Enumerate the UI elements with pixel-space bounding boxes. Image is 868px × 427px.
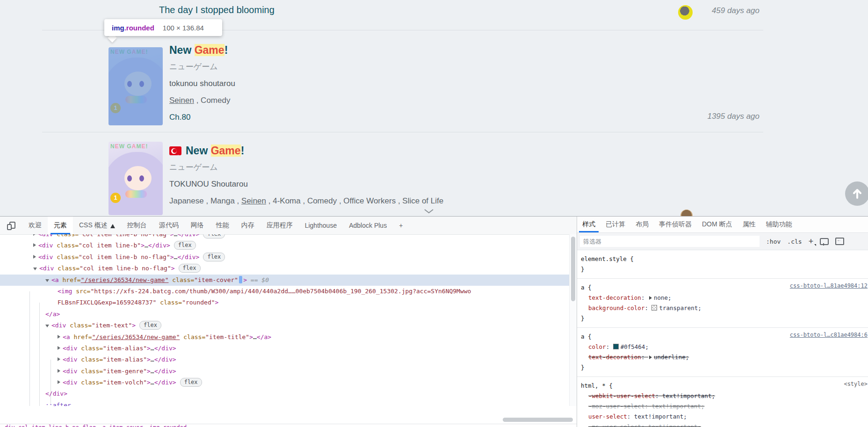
- collapse-arrow-icon[interactable]: [45, 279, 49, 282]
- css-rule[interactable]: css-btoto-l…81ae4984:12a {text-decoratio…: [577, 279, 868, 328]
- flex-badge[interactable]: flex: [179, 264, 201, 273]
- genre-link[interactable]: 4-Koma: [273, 196, 301, 205]
- horizontal-scrollbar-thumb[interactable]: [503, 418, 573, 422]
- css-property[interactable]: color: #0f5464;: [581, 342, 868, 352]
- css-property[interactable]: text-decoration: none;: [581, 293, 868, 303]
- tree-row[interactable]: <div class="col item line-b no-flag">…</…: [0, 234, 569, 240]
- expand-arrow-icon[interactable]: [58, 346, 60, 350]
- css-rule[interactable]: css-btoto-l…c81ae4984:6a {color: #0f5464…: [577, 328, 868, 377]
- devtools-tab-控制台[interactable]: 控制台: [121, 217, 153, 234]
- devtools-tab-css-概述[interactable]: CSS 概述: [73, 217, 121, 234]
- toggle-element-state-button[interactable]: :hov: [766, 238, 781, 245]
- breadcrumb[interactable]: div.col.item.line-b.no-flaga.item-coveri…: [0, 424, 577, 427]
- tree-row[interactable]: FLBsnFIXCLQ&exp=1659248737" class="round…: [0, 297, 569, 308]
- tree-row[interactable]: <div class="item-text">flex: [0, 320, 569, 331]
- entry-title-link[interactable]: New Game!: [169, 44, 228, 56]
- tree-row[interactable]: <a href="/series/36534/new-game" class="…: [0, 332, 569, 343]
- flex-badge[interactable]: flex: [180, 378, 202, 387]
- styles-tab-辅助功能[interactable]: 辅助功能: [761, 217, 797, 232]
- css-property[interactable]: -ms-user-select: text!important;: [581, 422, 868, 427]
- devtools-tab-欢迎[interactable]: 欢迎: [22, 217, 48, 234]
- vertical-scrollbar[interactable]: [569, 234, 577, 406]
- tree-row[interactable]: <div class="item-genre">…</div>: [0, 366, 569, 377]
- genre-link[interactable]: Slice of Life: [402, 196, 443, 205]
- back-to-top-button[interactable]: [845, 181, 868, 206]
- expand-arrow-icon[interactable]: [58, 335, 60, 339]
- devtools-tab-内存[interactable]: 内存: [235, 217, 260, 234]
- flex-badge[interactable]: flex: [203, 234, 225, 239]
- devtools-tab-元素[interactable]: 元素: [48, 217, 73, 234]
- devtools-tab-应用程序[interactable]: 应用程序: [260, 217, 299, 234]
- tree-row-selected[interactable]: <a href="/series/36534/new-game" class="…: [0, 275, 569, 286]
- tree-row[interactable]: <img src="https://xfs-224.batcg.com/thum…: [0, 286, 569, 297]
- scrollbar-thumb[interactable]: [571, 237, 575, 301]
- tree-row[interactable]: <div class="item-alias">…</div>: [0, 354, 569, 365]
- genre-link[interactable]: Japanese: [169, 196, 204, 205]
- css-rule[interactable]: <style>html, * {-webkit-user-select: tex…: [577, 377, 868, 427]
- stylesheet-link[interactable]: css-btoto-l…c81ae4984:6: [790, 332, 868, 338]
- css-rule[interactable]: element.style {}: [577, 250, 868, 279]
- styles-tab-属性[interactable]: 属性: [738, 217, 761, 232]
- styles-tab-已计算[interactable]: 已计算: [600, 217, 630, 232]
- css-property[interactable]: -webkit-user-select: text!important;: [581, 391, 868, 401]
- color-swatch[interactable]: [613, 344, 619, 349]
- genre-link[interactable]: Seinen: [169, 96, 194, 105]
- expand-arrow-icon[interactable]: [58, 357, 60, 361]
- expand-value-icon[interactable]: [649, 296, 652, 300]
- expand-arrow-icon[interactable]: [58, 369, 60, 373]
- element-classes-button[interactable]: .cls: [787, 238, 802, 245]
- series-title-link[interactable]: The day I stopped blooming: [159, 5, 275, 15]
- avatar[interactable]: [678, 5, 693, 20]
- tree-row[interactable]: ::after: [0, 400, 569, 406]
- genre-link[interactable]: Seinen: [241, 196, 266, 205]
- expand-arrow-icon[interactable]: [33, 255, 36, 259]
- styles-filter-input[interactable]: [580, 236, 760, 247]
- genre-link[interactable]: Manga: [210, 196, 235, 205]
- flex-badge[interactable]: flex: [174, 241, 196, 250]
- tree-row[interactable]: </div>: [0, 388, 569, 399]
- color-swatch[interactable]: [651, 305, 657, 311]
- entry-title-link[interactable]: New Game!: [186, 145, 244, 157]
- genre-link[interactable]: Office Workers: [343, 196, 396, 205]
- flex-badge[interactable]: flex: [203, 253, 225, 261]
- manga-cover-image[interactable]: NEW GAME! 1: [108, 142, 163, 215]
- tree-row[interactable]: <div class="item-volch">…</div>flex: [0, 377, 569, 388]
- device-toolbar-icon[interactable]: [7, 221, 16, 230]
- devtools-tab-源代码[interactable]: 源代码: [153, 217, 185, 234]
- flex-badge[interactable]: flex: [139, 321, 161, 330]
- chevron-down-icon[interactable]: [424, 207, 434, 216]
- expand-arrow-icon[interactable]: [33, 243, 36, 247]
- manga-cover-image[interactable]: NEW GAME! 1: [108, 47, 163, 125]
- tree-row[interactable]: <div class="col item line-b no-flag">…</…: [0, 252, 569, 263]
- expand-arrow-icon[interactable]: [33, 234, 36, 236]
- styles-tab-DOM 断点[interactable]: DOM 断点: [697, 217, 738, 232]
- sidebar-toggle-icon[interactable]: [835, 238, 844, 245]
- css-property[interactable]: -moz-user-select: text!important;: [581, 401, 868, 412]
- genre-link[interactable]: Comedy: [201, 96, 230, 105]
- collapse-arrow-icon[interactable]: [45, 325, 49, 327]
- stylesheet-link[interactable]: <style>: [844, 381, 868, 387]
- css-selector[interactable]: html, * {: [581, 381, 868, 391]
- collapse-arrow-icon[interactable]: [33, 268, 37, 270]
- css-property[interactable]: user-select: text!important;: [581, 412, 868, 422]
- rendering-emulation-icon[interactable]: [820, 238, 829, 245]
- expand-value-icon[interactable]: [649, 355, 652, 359]
- tree-row[interactable]: </a>: [0, 309, 569, 320]
- expand-arrow-icon[interactable]: [58, 380, 60, 384]
- devtools-tab-+[interactable]: +: [393, 217, 409, 234]
- stylesheet-link[interactable]: css-btoto-l…81ae4984:12: [790, 282, 868, 289]
- styles-tab-事件侦听器[interactable]: 事件侦听器: [654, 217, 697, 232]
- css-property[interactable]: background-color: transparent;: [581, 303, 868, 313]
- styles-tab-样式[interactable]: 样式: [577, 217, 600, 232]
- devtools-tab-adblock-plus[interactable]: Adblock Plus: [343, 217, 393, 234]
- css-selector[interactable]: element.style {: [581, 254, 868, 264]
- entry-chapter[interactable]: Ch.80: [169, 109, 235, 126]
- css-property[interactable]: text-decoration: underline;: [581, 352, 868, 362]
- devtools-tab-网络[interactable]: 网络: [185, 217, 210, 234]
- avatar[interactable]: [680, 210, 693, 216]
- genre-link[interactable]: Comedy: [307, 196, 337, 205]
- tree-row[interactable]: <div class="col item line-b">…</div>flex: [0, 240, 569, 251]
- tree-row[interactable]: <div class="item-alias">…</div>: [0, 343, 569, 354]
- devtools-tab-性能[interactable]: 性能: [210, 217, 235, 234]
- devtools-tab-lighthouse[interactable]: Lighthouse: [299, 217, 343, 234]
